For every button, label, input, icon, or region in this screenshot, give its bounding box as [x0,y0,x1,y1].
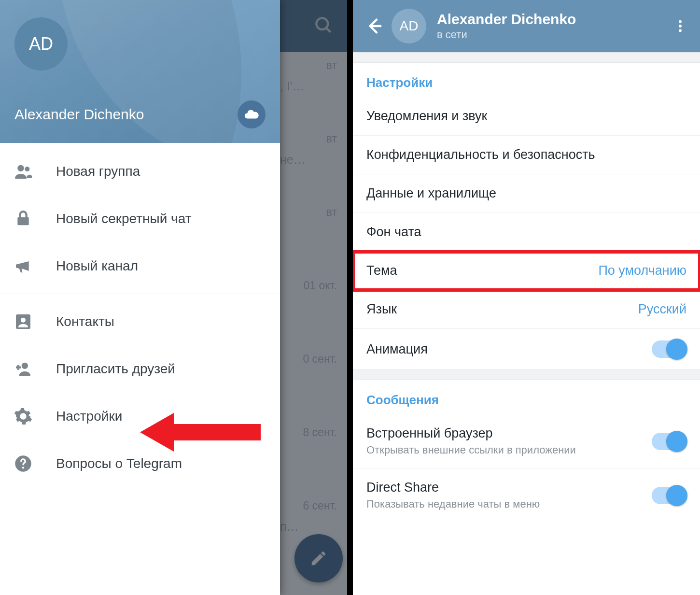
drawer-item-secret-chat[interactable]: Новый секретный чат [0,195,280,242]
row-label: Встроенный браузер [366,426,652,441]
row-label: Данные и хранилище [366,186,686,201]
svg-point-11 [679,20,682,23]
person-add-icon [14,359,56,379]
svg-point-7 [22,363,28,369]
row-label: Тема [366,263,598,278]
row-value: Русский [638,302,686,317]
row-language[interactable]: Язык Русский [353,290,700,329]
annotation-arrow-icon [140,411,261,454]
row-data-storage[interactable]: Данные и хранилище [353,174,700,213]
drawer-item-label: Новая группа [56,164,140,179]
more-button[interactable] [669,18,691,34]
drawer-item-new-group[interactable]: Новая группа [0,148,280,195]
more-vertical-icon [672,18,688,34]
group-icon [14,162,56,181]
drawer-item-label: Контакты [56,314,114,329]
row-label: Direct Share [366,480,652,495]
svg-point-13 [679,29,682,32]
row-privacy[interactable]: Конфиденциальность и безопасность [353,136,700,174]
avatar[interactable]: AD [14,17,68,71]
row-value: По умолчанию [598,263,686,278]
svg-marker-10 [140,413,261,452]
row-label: Анимация [366,342,652,357]
toggle-inapp-browser[interactable] [652,433,686,450]
svg-point-3 [25,167,29,171]
svg-point-9 [22,467,24,468]
toggle-animation[interactable] [652,340,686,358]
row-theme[interactable]: Тема По умолчанию [353,252,700,290]
arrow-back-icon [364,16,384,36]
svg-point-2 [17,165,24,171]
toggle-direct-share[interactable] [652,487,686,504]
header-status: в сети [437,28,669,41]
svg-point-12 [679,25,682,28]
cloud-icon [243,106,260,123]
svg-point-6 [21,318,26,323]
section-title-messages: Сообщения [353,380,700,414]
row-label: Фон чата [366,225,686,240]
drawer-list: Новая группа Новый секретный чат Новый к… [0,143,280,595]
help-icon [14,454,56,473]
row-label: Уведомления и звук [366,109,686,124]
gear-icon [14,407,56,426]
row-subtitle: Показывать недавние чаты в меню [366,498,652,510]
drawer-header: AD Alexander Dichenko [0,0,280,143]
person-icon [14,312,56,331]
drawer-item-new-channel[interactable]: Новый канал [0,242,280,290]
megaphone-icon [14,256,56,276]
section-gap [353,52,700,63]
back-button[interactable] [362,16,387,36]
divider [0,294,280,294]
row-notifications[interactable]: Уведомления и звук [353,97,700,136]
avatar[interactable]: AD [392,9,426,43]
saved-messages-button[interactable] [238,100,266,128]
svg-rect-4 [17,217,28,226]
settings-header: AD Alexander Dichenko в сети [353,0,700,52]
row-subtitle: Открывать внешние ссылки в приложении [366,444,652,456]
lock-icon [14,209,56,228]
right-screenshot: AD Alexander Dichenko в сети Настройки У… [350,0,700,595]
drawer-item-label: Новый канал [56,258,138,274]
drawer-item-label: Пригласить друзей [56,361,175,377]
drawer-item-contacts[interactable]: Контакты [0,298,280,345]
left-screenshot: вт , I'… вт не… вт 01 окт. 0 сент. 8 сен… [0,0,350,595]
section-title-settings: Настройки [353,63,700,97]
row-label: Язык [366,302,638,317]
row-direct-share[interactable]: Direct Share Показывать недавние чаты в … [353,468,700,522]
drawer-item-label: Вопросы о Telegram [56,456,182,471]
section-gap [353,369,700,380]
row-animation[interactable]: Анимация [353,329,700,369]
row-chat-background[interactable]: Фон чата [353,213,700,252]
header-user-name: Alexander Dichenko [437,11,669,28]
row-label: Конфиденциальность и безопасность [366,147,686,162]
drawer-item-label: Настройки [56,409,122,424]
drawer-item-invite[interactable]: Пригласить друзей [0,345,280,393]
drawer-user-name: Alexander Dichenko [14,106,144,123]
row-inapp-browser[interactable]: Встроенный браузер Открывать внешние ссы… [353,414,700,468]
drawer-item-label: Новый секретный чат [56,211,191,227]
navigation-drawer: AD Alexander Dichenko Новая группа Новый… [0,0,280,595]
